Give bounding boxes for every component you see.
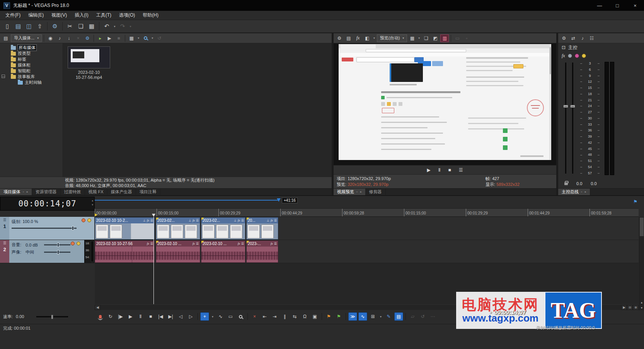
copy-frame-icon[interactable]: ❏ — [422, 34, 430, 42]
cut-button[interactable]: ✂ — [65, 21, 75, 31]
insert-region-button[interactable]: ⚑ — [334, 312, 343, 321]
tree-item-all-media[interactable]: 所有媒体 — [0, 45, 63, 51]
preview-extra-icon[interactable]: ▫ — [462, 34, 471, 42]
bus-solo-icon[interactable] — [582, 54, 586, 58]
media-item[interactable]: 2023-02-10 10-27-56.mp4 — [67, 46, 111, 80]
event-menu-icon[interactable]: ☰ — [196, 219, 199, 222]
bus-mute-icon[interactable] — [575, 54, 579, 58]
master-fader-right[interactable] — [572, 63, 573, 174]
new-project-button[interactable]: ▯ — [2, 21, 12, 31]
track-solo-button[interactable] — [87, 218, 91, 222]
level-slider[interactable] — [12, 228, 77, 229]
audio-output-icon[interactable]: ♪ — [578, 34, 587, 42]
tab-master-bus[interactable]: 主控总线 ▫ × — [558, 189, 590, 195]
pen-tool-button[interactable]: ✎ — [384, 312, 393, 321]
tab-video-fx[interactable]: 视频 FX — [85, 189, 107, 195]
menu-item[interactable]: 选项(O) — [115, 12, 139, 19]
tab-explorer[interactable]: 资源管理器 — [32, 189, 61, 195]
tab-media-generators[interactable]: 媒体产生器 — [107, 189, 136, 195]
marker-tool-icon[interactable]: ⚑ — [633, 199, 637, 204]
menu-item[interactable]: 插入(I) — [71, 12, 92, 19]
tree-item-smart-bins[interactable]: 智能柜 — [0, 68, 63, 74]
menu-item[interactable]: 工具(T) — [92, 12, 115, 19]
preview-play-button[interactable]: ▶ — [427, 167, 430, 173]
refresh-icon[interactable]: ↺ — [155, 34, 164, 42]
close-tab-icon[interactable]: × — [584, 190, 586, 194]
lock-faders-icon[interactable] — [564, 182, 568, 185]
video-track-header[interactable]: ☰ 1 级别: 100.0 % — [0, 217, 94, 240]
copy-button[interactable]: ❏ — [76, 21, 86, 31]
event-menu-icon[interactable]: ☰ — [274, 242, 277, 245]
edit-tool-button[interactable]: + — [200, 312, 209, 321]
event-fx-icon[interactable]: fx — [147, 242, 149, 245]
save-project-button[interactable]: ◫ — [24, 21, 34, 31]
preview-menu-icon[interactable]: ☰ — [459, 167, 463, 173]
rate-slider[interactable] — [36, 316, 68, 317]
auto-ripple-toggle[interactable]: ≫ — [348, 312, 357, 321]
play-from-start-button[interactable]: |▶ — [116, 312, 125, 321]
event-fx-icon[interactable]: fx — [238, 219, 240, 222]
project-video-properties-icon[interactable]: ▤ — [344, 34, 353, 42]
play-button[interactable]: ▶ — [126, 312, 135, 321]
stop-button[interactable]: ■ — [146, 312, 155, 321]
go-to-end-button[interactable]: ▶| — [166, 312, 175, 321]
event-menu-icon[interactable]: ☰ — [241, 242, 244, 245]
timeline-vertical-scrollbar[interactable]: ▲ ▼ — [639, 217, 644, 310]
menu-item[interactable]: 文件(F) — [2, 12, 24, 19]
pan-crop-icon[interactable]: ⊥ — [143, 219, 146, 222]
slider-handle[interactable] — [51, 315, 53, 319]
pan-crop-icon[interactable]: ⊥ — [234, 219, 237, 222]
audio-event[interactable]: 2023-02-10 ... fx ☰ — [201, 240, 245, 263]
bus-settings-icon[interactable] — [568, 54, 572, 58]
ignore-grouping-toggle[interactable]: ⊞ — [368, 312, 377, 321]
trim-end-button[interactable]: ⇥ — [270, 312, 279, 321]
external-monitor-icon[interactable]: ▭ — [453, 34, 462, 42]
selection-tool-button[interactable]: ▭ — [226, 312, 235, 321]
preview-stop-button[interactable]: ■ — [448, 167, 451, 173]
close-tab-icon[interactable]: × — [360, 190, 362, 194]
start-preview-icon[interactable]: ▶ — [105, 34, 114, 42]
go-to-start-button[interactable]: |◀ — [156, 312, 165, 321]
track-mute-button[interactable] — [71, 242, 75, 245]
remove-media-icon[interactable]: × — [74, 34, 82, 42]
time-spin-up-icon[interactable]: ▴ — [92, 199, 93, 202]
event-fx-icon[interactable]: fx — [193, 242, 195, 245]
insert-bus-icon[interactable]: ⇄ — [569, 34, 578, 42]
tree-item-tags[interactable]: 标签 — [0, 56, 63, 62]
event-menu-icon[interactable]: ☰ — [150, 242, 153, 245]
event-tool-button[interactable]: ▤ — [394, 312, 403, 321]
track-menu-icon[interactable]: ☰ — [3, 242, 6, 245]
envelope-tool-button[interactable]: ∿ — [216, 312, 225, 321]
audio-event[interactable]: 2023-02-10 ... fx ☰ — [156, 240, 200, 263]
event-menu-icon[interactable]: ☰ — [274, 219, 277, 222]
playhead-line[interactable] — [153, 217, 154, 304]
pause-button[interactable]: Ⅱ — [136, 312, 145, 321]
mixer-views-icon[interactable]: ☷ — [588, 34, 596, 42]
extra-tool-1[interactable]: ▱ — [408, 312, 417, 321]
track-mute-button[interactable] — [82, 218, 85, 222]
zoom-in-button[interactable]: ⊕ — [633, 305, 639, 310]
trim-start-button[interactable]: ⇤ — [260, 312, 269, 321]
import-media-button[interactable]: 导入媒体... ▾ — [11, 34, 42, 42]
video-output-fx-icon[interactable]: fx — [354, 34, 362, 42]
tab-transitions[interactable]: 过渡特效 — [61, 189, 85, 195]
overlays-dropdown-icon[interactable]: ▾ — [417, 34, 421, 42]
capture-video-icon[interactable]: ◉ — [46, 34, 55, 42]
float-window-icon[interactable]: ▫ — [581, 190, 582, 194]
track-menu-icon[interactable]: ☰ — [3, 218, 6, 222]
audio-event[interactable]: 2023-02-10 10-27-56 fx ☰ — [95, 240, 155, 263]
slider-handle[interactable] — [57, 243, 59, 247]
tab-trimmer[interactable]: 修剪器 — [366, 189, 386, 195]
zoom-tool-button[interactable] — [236, 312, 245, 321]
render-as-button[interactable]: ⇧ — [35, 21, 45, 31]
media-properties-icon[interactable]: ⚙ — [83, 34, 92, 42]
track-grip[interactable]: ☰ 2 — [0, 240, 9, 263]
tab-project-media[interactable]: 项目媒体 ▫ × — [0, 189, 32, 195]
maximize-button[interactable]: □ — [608, 0, 626, 11]
float-window-icon[interactable]: ▫ — [356, 190, 358, 194]
timeline-ruler-zone[interactable]: +41:16 ⚑ 00:00:00;0000:00:15;0000:00:29;… — [95, 196, 639, 217]
tab-project-notes[interactable]: 项目注释 — [136, 189, 160, 195]
redo-dropdown-icon[interactable]: ▾ — [128, 21, 133, 31]
previous-frame-button[interactable]: ◁ — [176, 312, 185, 321]
extract-audio-icon[interactable]: ♪ — [55, 34, 64, 42]
